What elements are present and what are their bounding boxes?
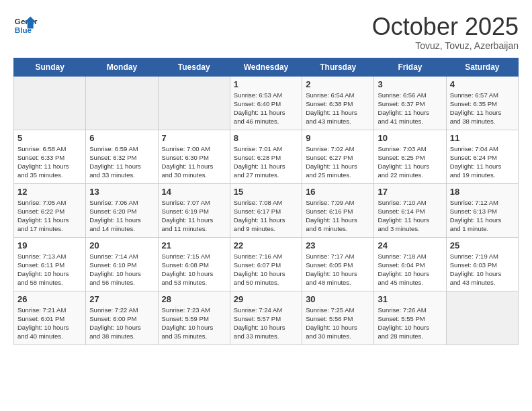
day-info: Sunrise: 7:02 AM Sunset: 6:27 PM Dayligh… [306,144,370,180]
header-cell-wednesday: Wednesday [230,58,302,76]
day-info: Sunrise: 7:09 AM Sunset: 6:16 PM Dayligh… [306,198,370,234]
calendar-table: SundayMondayTuesdayWednesdayThursdayFrid… [13,58,519,345]
day-cell: 30Sunrise: 7:25 AM Sunset: 5:56 PM Dayli… [302,291,374,345]
header-cell-monday: Monday [86,58,158,76]
day-cell [446,291,518,345]
day-cell: 10Sunrise: 7:03 AM Sunset: 6:25 PM Dayli… [374,130,446,183]
day-info: Sunrise: 7:10 AM Sunset: 6:14 PM Dayligh… [378,198,442,234]
day-cell [14,76,86,130]
week-row-3: 19Sunrise: 7:13 AM Sunset: 6:11 PM Dayli… [14,237,519,291]
month-title: October 2025 [372,13,519,40]
day-cell: 13Sunrise: 7:06 AM Sunset: 6:20 PM Dayli… [86,183,158,237]
day-number: 24 [378,240,442,250]
location-subtitle: Tovuz, Tovuz, Azerbaijan [372,40,519,51]
header-cell-tuesday: Tuesday [158,58,230,76]
day-number: 15 [234,187,298,197]
day-info: Sunrise: 6:54 AM Sunset: 6:38 PM Dayligh… [306,91,370,126]
day-cell: 5Sunrise: 6:58 AM Sunset: 6:33 PM Daylig… [14,130,86,183]
calendar-body: 1Sunrise: 6:53 AM Sunset: 6:40 PM Daylig… [14,76,519,345]
day-cell: 6Sunrise: 6:59 AM Sunset: 6:32 PM Daylig… [86,130,158,183]
header-cell-sunday: Sunday [14,58,86,76]
header-cell-friday: Friday [374,58,446,76]
day-cell: 27Sunrise: 7:22 AM Sunset: 6:00 PM Dayli… [86,291,158,345]
day-info: Sunrise: 7:06 AM Sunset: 6:20 PM Dayligh… [89,198,154,234]
day-number: 25 [450,240,515,250]
day-number: 4 [450,79,515,89]
day-cell: 8Sunrise: 7:01 AM Sunset: 6:28 PM Daylig… [230,130,302,183]
logo: General Blue [13,13,38,38]
title-block: October 2025 Tovuz, Tovuz, Azerbaijan [372,13,519,51]
day-cell: 2Sunrise: 6:54 AM Sunset: 6:38 PM Daylig… [302,76,374,130]
day-info: Sunrise: 7:00 AM Sunset: 6:30 PM Dayligh… [162,144,226,180]
day-cell: 19Sunrise: 7:13 AM Sunset: 6:11 PM Dayli… [14,237,86,291]
day-cell: 4Sunrise: 6:57 AM Sunset: 6:35 PM Daylig… [446,76,518,130]
day-info: Sunrise: 7:26 AM Sunset: 5:55 PM Dayligh… [378,306,442,341]
day-cell: 18Sunrise: 7:12 AM Sunset: 6:13 PM Dayli… [446,183,518,237]
day-info: Sunrise: 7:24 AM Sunset: 5:57 PM Dayligh… [234,306,298,341]
day-cell: 22Sunrise: 7:16 AM Sunset: 6:07 PM Dayli… [230,237,302,291]
day-info: Sunrise: 6:56 AM Sunset: 6:37 PM Dayligh… [378,91,442,126]
day-cell: 7Sunrise: 7:00 AM Sunset: 6:30 PM Daylig… [158,130,230,183]
day-cell: 17Sunrise: 7:10 AM Sunset: 6:14 PM Dayli… [374,183,446,237]
day-number: 31 [378,294,442,304]
day-number: 9 [306,133,370,143]
day-info: Sunrise: 7:21 AM Sunset: 6:01 PM Dayligh… [17,306,82,341]
day-info: Sunrise: 7:03 AM Sunset: 6:25 PM Dayligh… [378,144,442,180]
day-cell [158,76,230,130]
week-row-2: 12Sunrise: 7:05 AM Sunset: 6:22 PM Dayli… [14,183,519,237]
day-number: 13 [89,187,154,197]
day-info: Sunrise: 7:05 AM Sunset: 6:22 PM Dayligh… [17,198,82,234]
day-cell: 20Sunrise: 7:14 AM Sunset: 6:10 PM Dayli… [86,237,158,291]
day-info: Sunrise: 7:25 AM Sunset: 5:56 PM Dayligh… [306,306,370,341]
day-number: 17 [378,187,442,197]
calendar-header: SundayMondayTuesdayWednesdayThursdayFrid… [14,58,519,76]
day-number: 16 [306,187,370,197]
header-row: SundayMondayTuesdayWednesdayThursdayFrid… [14,58,519,76]
day-info: Sunrise: 7:07 AM Sunset: 6:19 PM Dayligh… [162,198,226,234]
day-cell: 1Sunrise: 6:53 AM Sunset: 6:40 PM Daylig… [230,76,302,130]
day-number: 27 [89,294,154,304]
day-number: 3 [378,79,442,89]
logo-icon: General Blue [13,13,38,38]
day-number: 22 [234,240,298,250]
day-cell: 15Sunrise: 7:08 AM Sunset: 6:17 PM Dayli… [230,183,302,237]
day-cell: 29Sunrise: 7:24 AM Sunset: 5:57 PM Dayli… [230,291,302,345]
day-number: 2 [306,79,370,89]
day-info: Sunrise: 7:18 AM Sunset: 6:04 PM Dayligh… [378,252,442,287]
day-info: Sunrise: 6:59 AM Sunset: 6:32 PM Dayligh… [89,144,154,180]
page-header: General Blue October 2025 Tovuz, Tovuz, … [13,13,519,51]
day-info: Sunrise: 7:19 AM Sunset: 6:03 PM Dayligh… [450,252,515,287]
day-cell: 26Sunrise: 7:21 AM Sunset: 6:01 PM Dayli… [14,291,86,345]
day-number: 19 [17,240,82,250]
day-cell: 21Sunrise: 7:15 AM Sunset: 6:08 PM Dayli… [158,237,230,291]
day-info: Sunrise: 7:04 AM Sunset: 6:24 PM Dayligh… [450,144,515,180]
day-number: 14 [162,187,226,197]
week-row-0: 1Sunrise: 6:53 AM Sunset: 6:40 PM Daylig… [14,76,519,130]
day-cell: 24Sunrise: 7:18 AM Sunset: 6:04 PM Dayli… [374,237,446,291]
day-cell [86,76,158,130]
day-info: Sunrise: 7:13 AM Sunset: 6:11 PM Dayligh… [17,252,82,287]
day-cell: 16Sunrise: 7:09 AM Sunset: 6:16 PM Dayli… [302,183,374,237]
day-number: 23 [306,240,370,250]
day-info: Sunrise: 7:16 AM Sunset: 6:07 PM Dayligh… [234,252,298,287]
day-info: Sunrise: 7:23 AM Sunset: 5:59 PM Dayligh… [162,306,226,341]
day-cell: 23Sunrise: 7:17 AM Sunset: 6:05 PM Dayli… [302,237,374,291]
day-number: 29 [234,294,298,304]
week-row-4: 26Sunrise: 7:21 AM Sunset: 6:01 PM Dayli… [14,291,519,345]
day-cell: 28Sunrise: 7:23 AM Sunset: 5:59 PM Dayli… [158,291,230,345]
header-cell-thursday: Thursday [302,58,374,76]
day-info: Sunrise: 7:15 AM Sunset: 6:08 PM Dayligh… [162,252,226,287]
header-cell-saturday: Saturday [446,58,518,76]
day-cell: 3Sunrise: 6:56 AM Sunset: 6:37 PM Daylig… [374,76,446,130]
day-number: 5 [17,133,82,143]
day-info: Sunrise: 7:17 AM Sunset: 6:05 PM Dayligh… [306,252,370,287]
week-row-1: 5Sunrise: 6:58 AM Sunset: 6:33 PM Daylig… [14,130,519,183]
day-cell: 11Sunrise: 7:04 AM Sunset: 6:24 PM Dayli… [446,130,518,183]
day-cell: 14Sunrise: 7:07 AM Sunset: 6:19 PM Dayli… [158,183,230,237]
day-number: 30 [306,294,370,304]
day-cell: 25Sunrise: 7:19 AM Sunset: 6:03 PM Dayli… [446,237,518,291]
day-info: Sunrise: 7:12 AM Sunset: 6:13 PM Dayligh… [450,198,515,234]
day-info: Sunrise: 7:22 AM Sunset: 6:00 PM Dayligh… [89,306,154,341]
day-number: 28 [162,294,226,304]
day-number: 11 [450,133,515,143]
